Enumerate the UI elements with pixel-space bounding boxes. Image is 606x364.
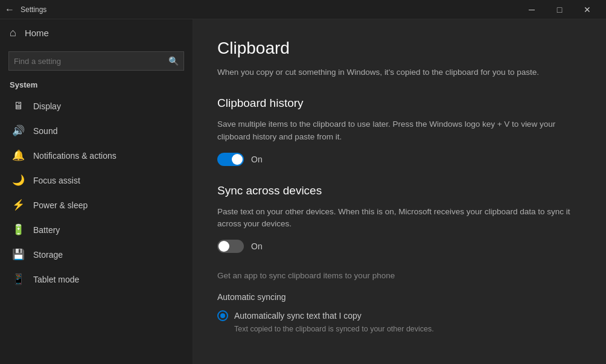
main-layout: ⌂ Home 🔍 System 🖥 Display 🔊 Sound 🔔 Noti… [0, 19, 606, 364]
clipboard-history-toggle[interactable] [217, 153, 244, 166]
sync-devices-toggle[interactable] [217, 240, 244, 253]
content-area: Clipboard When you copy or cut something… [193, 19, 606, 364]
home-label: Home [25, 28, 49, 38]
sidebar-item-battery[interactable]: 🔋 Battery [0, 217, 193, 242]
sync-devices-toggle-label: On [251, 241, 263, 251]
minimize-button[interactable]: ─ [518, 0, 546, 19]
display-icon: 🖥 [11, 100, 25, 112]
focus-icon: 🌙 [11, 174, 25, 187]
battery-icon: 🔋 [11, 223, 25, 236]
tablet-label: Tablet mode [33, 275, 79, 284]
sound-label: Sound [33, 126, 57, 136]
automatic-syncing-title: Automatic syncing [217, 292, 582, 302]
sync-devices-toggle-row: On [217, 240, 582, 253]
display-label: Display [33, 101, 61, 111]
search-icon: 🔍 [168, 56, 179, 66]
home-icon: ⌂ [10, 27, 16, 39]
back-button[interactable]: ← [5, 4, 14, 15]
clipboard-history-toggle-label: On [251, 155, 263, 164]
sidebar-item-focus[interactable]: 🌙 Focus assist [0, 168, 193, 193]
storage-icon: 💾 [11, 248, 25, 261]
search-input[interactable] [14, 57, 168, 66]
battery-label: Battery [33, 225, 60, 235]
notifications-label: Notifications & actions [33, 151, 116, 161]
power-label: Power & sleep [33, 200, 88, 210]
titlebar: ← Settings ─ □ ✕ [0, 0, 606, 19]
clipboard-history-title: Clipboard history [217, 97, 582, 110]
sync-devices-description: Paste text on your other devices. When t… [217, 206, 582, 231]
app-title: Settings [21, 5, 518, 14]
power-icon: ⚡ [11, 199, 25, 211]
sidebar-home-button[interactable]: ⌂ Home [0, 19, 193, 46]
sidebar-item-sound[interactable]: 🔊 Sound [0, 118, 193, 143]
toggle-knob [232, 154, 243, 165]
search-container: 🔍 [8, 51, 184, 71]
sound-icon: 🔊 [11, 124, 25, 137]
sidebar-item-notifications[interactable]: 🔔 Notifications & actions [0, 143, 193, 168]
focus-label: Focus assist [33, 176, 80, 185]
sync-toggle-knob [218, 241, 229, 252]
sidebar-item-power[interactable]: ⚡ Power & sleep [0, 193, 193, 217]
sidebar-item-display[interactable]: 🖥 Display [0, 94, 193, 118]
radio-button-auto-sync[interactable] [217, 310, 228, 321]
clipboard-history-toggle-row: On [217, 153, 582, 166]
sidebar: ⌂ Home 🔍 System 🖥 Display 🔊 Sound 🔔 Noti… [0, 19, 193, 364]
window-controls: ─ □ ✕ [518, 0, 601, 19]
sync-link: Get an app to sync clipboard items to yo… [217, 271, 582, 280]
sidebar-item-tablet[interactable]: 📱 Tablet mode [0, 267, 193, 292]
page-description: When you copy or cut something in Window… [217, 66, 582, 78]
clipboard-history-description: Save multiple items to the clipboard to … [217, 118, 582, 143]
close-button[interactable]: ✕ [573, 0, 601, 19]
radio-option-auto-sync[interactable]: Automatically sync text that I copy [217, 310, 582, 321]
radio-label-auto-sync: Automatically sync text that I copy [234, 311, 362, 321]
notifications-icon: 🔔 [11, 149, 25, 162]
storage-label: Storage [33, 250, 63, 260]
tablet-icon: 📱 [11, 273, 25, 286]
page-title: Clipboard [217, 39, 582, 58]
radio-sub-auto-sync: Text copied to the clipboard is synced t… [234, 325, 582, 333]
sidebar-section-label: System [0, 77, 193, 94]
maximize-button[interactable]: □ [546, 0, 573, 19]
sidebar-item-storage[interactable]: 💾 Storage [0, 242, 193, 267]
sync-devices-title: Sync across devices [217, 184, 582, 197]
